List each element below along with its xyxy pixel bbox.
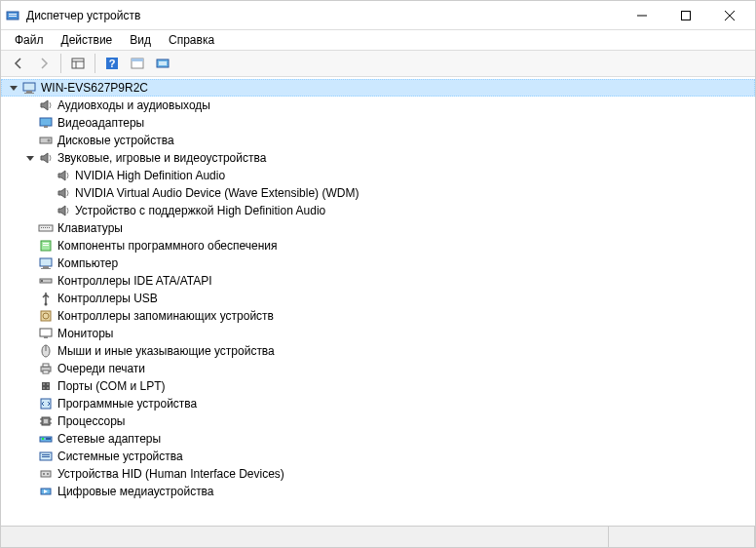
svg-rect-41: [44, 336, 48, 338]
svg-point-22: [48, 139, 51, 142]
tree-node-label: Клавиатуры: [57, 221, 123, 235]
help-button[interactable]: ?: [100, 52, 124, 75]
tree-node[interactable]: Процессоры: [1, 412, 755, 430]
svg-point-51: [47, 387, 49, 389]
tree-node-label: Порты (COM и LPT): [57, 379, 166, 393]
tree-node-label: Цифровые медиаустройства: [57, 485, 214, 498]
svg-rect-40: [40, 329, 52, 336]
svg-rect-24: [41, 227, 42, 228]
tree-node[interactable]: Дисковые устройства: [1, 132, 755, 149]
tree-node-label: Процессоры: [57, 414, 126, 428]
tree-node[interactable]: Контроллеры запоминающих устройств: [1, 307, 755, 325]
tree-node[interactable]: Компьютер: [1, 254, 755, 272]
menubar: Файл Действие Вид Справка: [1, 30, 755, 50]
forward-button[interactable]: [32, 52, 56, 75]
tree-node-label: Очереди печати: [57, 362, 145, 375]
mouse-icon: [38, 343, 54, 359]
tree-node[interactable]: Звуковые, игровые и видеоустройства: [1, 149, 755, 167]
statusbar-cell: [609, 527, 755, 547]
tree-node[interactable]: Порты (COM и LPT): [1, 377, 755, 395]
hid-icon: [38, 466, 54, 482]
show-hide-console-tree-button[interactable]: [66, 52, 90, 75]
statusbar: [1, 526, 755, 547]
tree-node[interactable]: Цифровые медиаустройства: [1, 483, 755, 500]
tree-node-label: WIN-EVS627P9R2C: [41, 81, 148, 95]
speaker-icon: [38, 150, 54, 166]
scan-hardware-button[interactable]: [151, 52, 174, 75]
tree-node[interactable]: Клавиатуры: [1, 219, 755, 237]
window-buttons: [620, 2, 751, 29]
tree-node-label: Аудиовходы и аудиовыходы: [57, 98, 210, 112]
device-tree-panel[interactable]: WIN-EVS627P9R2CАудиовходы и аудиовыходыВ…: [1, 77, 755, 526]
speaker-icon: [38, 98, 54, 113]
svg-rect-67: [47, 473, 49, 475]
tree-node[interactable]: Программные устройства: [1, 395, 755, 412]
svg-rect-36: [41, 280, 43, 282]
tree-node-label: Видеоадаптеры: [57, 116, 144, 130]
tree-node[interactable]: Аудиовходы и аудиовыходы: [1, 97, 755, 114]
collapse-icon[interactable]: [6, 80, 21, 96]
svg-point-48: [43, 383, 45, 385]
tree-node[interactable]: NVIDIA Virtual Audio Device (Wave Extens…: [1, 184, 755, 202]
svg-rect-31: [43, 245, 49, 246]
window-title: Диспетчер устройств: [26, 9, 620, 22]
menu-view[interactable]: Вид: [122, 31, 159, 49]
display-icon: [38, 115, 54, 131]
menu-file[interactable]: Файл: [7, 31, 52, 49]
tree-node-label: NVIDIA High Definition Audio: [75, 169, 225, 182]
speaker-icon: [56, 185, 71, 201]
tree-node[interactable]: Системные устройства: [1, 448, 755, 465]
tree-node[interactable]: Устройства HID (Human Interface Devices): [1, 465, 755, 483]
tree-node-label: Мониторы: [57, 327, 113, 340]
tree-node[interactable]: WIN-EVS627P9R2C: [1, 79, 755, 97]
svg-rect-65: [41, 471, 51, 477]
back-button[interactable]: [7, 52, 30, 75]
tree-node-label: Программные устройства: [57, 397, 197, 411]
svg-rect-2: [9, 16, 17, 17]
tree-node[interactable]: Устройство с поддержкой High Definition …: [1, 202, 755, 219]
tree-node-label: Контроллеры USB: [57, 292, 158, 305]
tree-node-label: NVIDIA Virtual Audio Device (Wave Extens…: [75, 186, 359, 200]
tree-node-label: Компьютер: [57, 256, 118, 270]
media-icon: [38, 484, 54, 499]
titlebar: Диспетчер устройств: [1, 1, 755, 30]
software-icon: [38, 238, 54, 254]
tree-node[interactable]: Контроллеры USB: [1, 290, 755, 307]
menu-action[interactable]: Действие: [54, 31, 121, 49]
storage-icon: [38, 308, 54, 324]
tree-node[interactable]: Мониторы: [1, 325, 755, 342]
properties-button[interactable]: [126, 52, 149, 75]
svg-rect-7: [72, 59, 84, 68]
svg-rect-17: [26, 91, 32, 93]
svg-rect-27: [47, 227, 48, 228]
svg-rect-61: [46, 438, 51, 440]
maximize-button[interactable]: [663, 2, 707, 29]
system-icon: [38, 449, 54, 464]
close-button[interactable]: [707, 2, 751, 29]
svg-rect-4: [681, 11, 690, 20]
svg-text:?: ?: [109, 58, 116, 69]
tree-node[interactable]: Мыши и иные указывающие устройства: [1, 342, 755, 360]
svg-rect-20: [44, 126, 48, 128]
tree-node[interactable]: Компоненты программного обеспечения: [1, 237, 755, 254]
speaker-icon: [56, 203, 71, 218]
minimize-button[interactable]: [620, 2, 663, 29]
tree-node-label: Системные устройства: [57, 450, 183, 463]
menu-help[interactable]: Справка: [161, 31, 222, 49]
tree-node[interactable]: Контроллеры IDE ATA/ATAPI: [1, 272, 755, 290]
tree-node[interactable]: Очереди печати: [1, 360, 755, 377]
tree-node[interactable]: Видеоадаптеры: [1, 114, 755, 132]
svg-rect-13: [132, 59, 143, 61]
svg-rect-64: [42, 456, 50, 457]
svg-rect-33: [43, 266, 49, 268]
tree-node[interactable]: Сетевые адаптеры: [1, 430, 755, 448]
collapse-icon[interactable]: [22, 150, 38, 166]
svg-rect-28: [49, 227, 50, 228]
tree-node[interactable]: NVIDIA High Definition Audio: [1, 167, 755, 184]
network-icon: [38, 431, 54, 447]
softdev-icon: [38, 396, 54, 411]
svg-rect-63: [42, 454, 50, 455]
svg-rect-46: [43, 371, 49, 373]
tree-node-label: Компоненты программного обеспечения: [57, 239, 278, 253]
port-icon: [38, 378, 54, 394]
